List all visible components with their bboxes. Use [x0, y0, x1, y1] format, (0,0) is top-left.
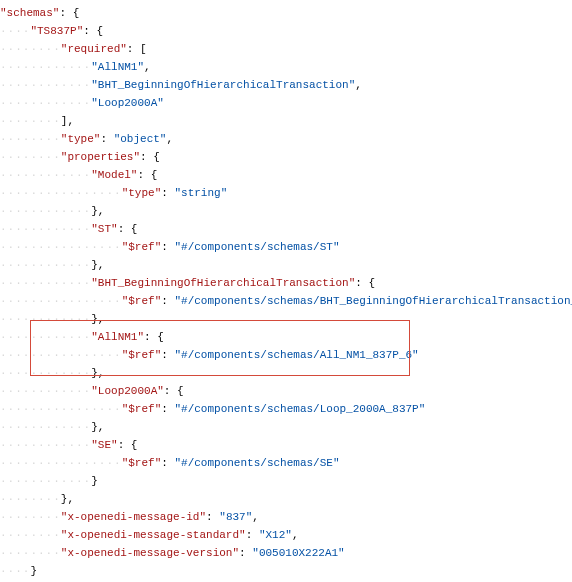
- code-line: ············},: [0, 364, 572, 382]
- code-line: ········"properties": {: [0, 148, 572, 166]
- code-line: ········"type": "object",: [0, 130, 572, 148]
- code-line: ············"SE": {: [0, 436, 572, 454]
- code-line: ············"ST": {: [0, 220, 572, 238]
- json-code-block: "schemas": { ····"TS837P": { ········"re…: [0, 4, 572, 580]
- code-line: ················"$ref": "#/components/sc…: [0, 238, 572, 256]
- code-line: ············"AllNM1",: [0, 58, 572, 76]
- code-line: ············},: [0, 202, 572, 220]
- code-line: ········],: [0, 112, 572, 130]
- code-line: ············"Loop2000A": [0, 94, 572, 112]
- code-line: ············}: [0, 472, 572, 490]
- code-line: ········"x-openedi-message-id": "837",: [0, 508, 572, 526]
- code-line: ············"Loop2000A": {: [0, 382, 572, 400]
- code-line: ········"required": [: [0, 40, 572, 58]
- code-line: ················"$ref": "#/components/sc…: [0, 454, 572, 472]
- code-line: ············},: [0, 256, 572, 274]
- code-line: ················"$ref": "#/components/sc…: [0, 292, 572, 310]
- code-line: ············"BHT_BeginningOfHierarchical…: [0, 76, 572, 94]
- code-line: ············"Model": {: [0, 166, 572, 184]
- code-line: ················"type": "string": [0, 184, 572, 202]
- code-line: ········"x-openedi-message-version": "00…: [0, 544, 572, 562]
- code-line: ····}: [0, 562, 572, 580]
- code-line: ················"$ref": "#/components/sc…: [0, 346, 572, 364]
- code-line: ········"x-openedi-message-standard": "X…: [0, 526, 572, 544]
- code-line: "schemas": {: [0, 4, 572, 22]
- code-line: ············"BHT_BeginningOfHierarchical…: [0, 274, 572, 292]
- code-line: ············"AllNM1": {: [0, 328, 572, 346]
- code-line: ················"$ref": "#/components/sc…: [0, 400, 572, 418]
- code-line: ········},: [0, 490, 572, 508]
- code-line: ············},: [0, 418, 572, 436]
- code-line: ····"TS837P": {: [0, 22, 572, 40]
- code-line: ············},: [0, 310, 572, 328]
